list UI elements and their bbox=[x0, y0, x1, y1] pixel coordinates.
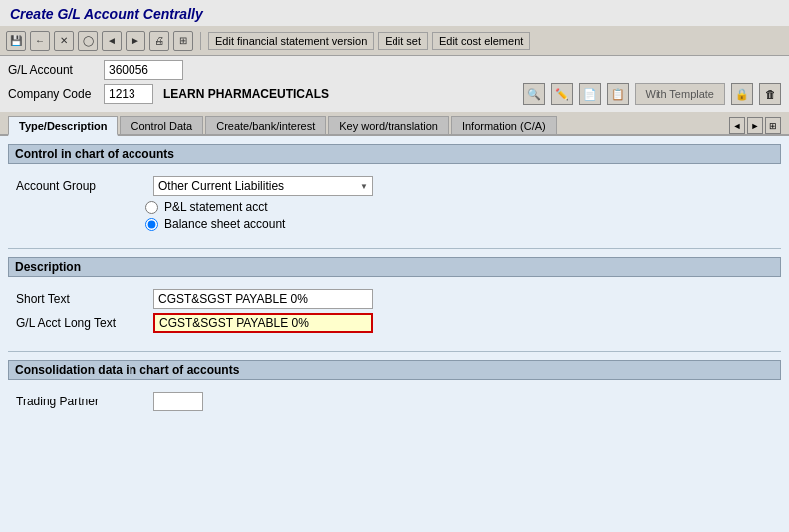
lock-button[interactable]: 🔒 bbox=[731, 83, 753, 105]
account-group-label: Account Group bbox=[16, 179, 145, 193]
long-text-label: G/L Acct Long Text bbox=[16, 316, 145, 330]
long-text-row: G/L Acct Long Text bbox=[16, 313, 773, 333]
description-header: Description bbox=[8, 257, 781, 277]
exit-button[interactable]: ✕ bbox=[54, 31, 74, 51]
next-button[interactable]: ► bbox=[126, 31, 145, 51]
divider-1 bbox=[8, 248, 781, 249]
company-code-label: Company Code bbox=[8, 87, 98, 101]
control-chart-section: Control in chart of accounts Account Gro… bbox=[8, 144, 781, 240]
divider-2 bbox=[8, 351, 781, 352]
save-button[interactable]: 💾 bbox=[6, 31, 26, 51]
cancel-button[interactable]: ◯ bbox=[78, 31, 98, 51]
tab-control-data[interactable]: Control Data bbox=[120, 116, 203, 134]
account-group-value: Other Current Liabilities bbox=[158, 179, 284, 193]
window-title: Create G/L Account Centrally bbox=[0, 0, 789, 26]
account-group-row: Account Group Other Current Liabilities … bbox=[16, 176, 773, 196]
trading-partner-row: Trading Partner bbox=[16, 392, 773, 411]
balance-sheet-radio[interactable] bbox=[145, 218, 158, 231]
pl-statement-label: P&L statement acct bbox=[164, 200, 268, 214]
new-button[interactable]: 📄 bbox=[579, 83, 601, 105]
gl-account-input[interactable] bbox=[104, 60, 183, 80]
short-text-input[interactable] bbox=[153, 289, 373, 309]
tab-information[interactable]: Information (C/A) bbox=[451, 116, 557, 134]
header-area: G/L Account Company Code LEARN PHARMACEU… bbox=[0, 56, 789, 112]
balance-sheet-label: Balance sheet account bbox=[164, 217, 285, 231]
short-text-label: Short Text bbox=[16, 292, 145, 306]
edit-cost-element-button[interactable]: Edit cost element bbox=[432, 32, 530, 50]
trading-partner-input[interactable] bbox=[153, 392, 203, 411]
company-name: LEARN PHARMACEUTICALS bbox=[163, 87, 329, 101]
long-text-input[interactable] bbox=[153, 313, 373, 333]
print-button[interactable]: 🖨 bbox=[149, 31, 169, 51]
tabs-bar: Type/Description Control Data Create/ban… bbox=[0, 112, 789, 136]
find-button[interactable]: ⊞ bbox=[173, 31, 193, 51]
pl-statement-row: P&L statement acct bbox=[16, 200, 773, 214]
delete-button[interactable]: 🗑 bbox=[759, 83, 781, 105]
chevron-down-icon: ▼ bbox=[360, 182, 368, 191]
title-text: Create G/L Account Centrally bbox=[10, 6, 203, 22]
tab-next-button[interactable]: ► bbox=[747, 117, 763, 134]
consolidation-section: Consolidation data in chart of accounts … bbox=[8, 360, 781, 421]
control-chart-header: Control in chart of accounts bbox=[8, 144, 781, 164]
control-chart-body: Account Group Other Current Liabilities … bbox=[8, 170, 781, 240]
toolbar-separator-1 bbox=[200, 32, 201, 50]
balance-sheet-row: Balance sheet account bbox=[16, 217, 773, 231]
edit-financial-statement-button[interactable]: Edit financial statement version bbox=[208, 32, 374, 50]
gl-account-row: G/L Account bbox=[8, 60, 781, 80]
edit-button[interactable]: ✏️ bbox=[551, 83, 573, 105]
pl-statement-radio[interactable] bbox=[145, 201, 158, 214]
description-section: Description Short Text G/L Acct Long Tex… bbox=[8, 257, 781, 343]
short-text-row: Short Text bbox=[16, 289, 773, 309]
account-group-dropdown[interactable]: Other Current Liabilities ▼ bbox=[153, 176, 373, 196]
gl-account-label: G/L Account bbox=[8, 63, 98, 77]
copy-button[interactable]: 📋 bbox=[607, 83, 629, 105]
main-content: Control in chart of accounts Account Gro… bbox=[0, 136, 789, 532]
tab-type-description[interactable]: Type/Description bbox=[8, 116, 118, 136]
back-button[interactable]: ← bbox=[30, 31, 50, 51]
tab-menu-button[interactable]: ⊞ bbox=[765, 117, 781, 134]
tab-create-bank-interest[interactable]: Create/bank/interest bbox=[205, 116, 326, 134]
prev-button[interactable]: ◄ bbox=[102, 31, 122, 51]
company-code-input[interactable] bbox=[104, 84, 153, 104]
consolidation-body: Trading Partner bbox=[8, 386, 781, 421]
tab-keyword-translation[interactable]: Key word/translation bbox=[328, 116, 449, 134]
edit-set-button[interactable]: Edit set bbox=[378, 32, 428, 50]
company-search-button[interactable]: 🔍 bbox=[523, 83, 545, 105]
with-template-button[interactable]: With Template bbox=[635, 83, 726, 105]
toolbar: 💾 ← ✕ ◯ ◄ ► 🖨 ⊞ Edit financial statement… bbox=[0, 26, 789, 56]
consolidation-header: Consolidation data in chart of accounts bbox=[8, 360, 781, 380]
trading-partner-label: Trading Partner bbox=[16, 395, 145, 408]
description-body: Short Text G/L Acct Long Text bbox=[8, 283, 781, 343]
tab-prev-button[interactable]: ◄ bbox=[729, 117, 745, 134]
company-code-row: Company Code LEARN PHARMACEUTICALS 🔍 ✏️ … bbox=[8, 83, 781, 105]
